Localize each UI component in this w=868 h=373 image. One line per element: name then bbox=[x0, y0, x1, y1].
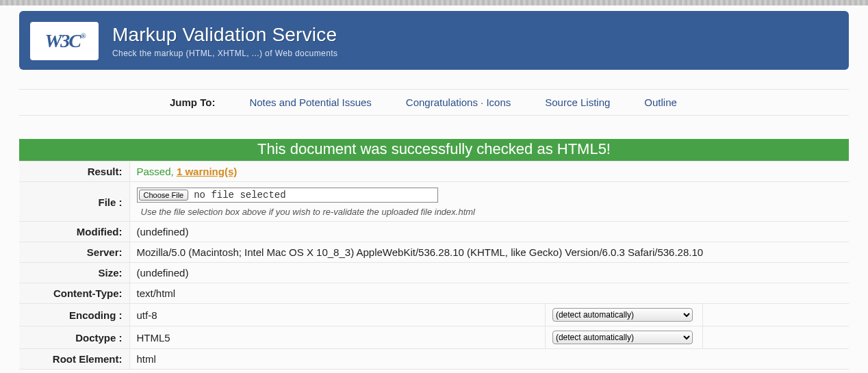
modified-value: (undefined) bbox=[129, 222, 849, 242]
banner-title: Markup Validation Service bbox=[112, 24, 337, 46]
file-cell: Choose File no file selected Use the fil… bbox=[129, 182, 849, 222]
modified-label: Modified: bbox=[19, 222, 129, 242]
content-type-label: Content-Type: bbox=[19, 283, 129, 304]
browser-chrome-top bbox=[0, 0, 868, 5]
results-table: Result: Passed, 1 warning(s) File : Choo… bbox=[19, 161, 849, 370]
encoding-spacer bbox=[702, 304, 849, 326]
jump-link-source[interactable]: Source Listing bbox=[545, 97, 610, 108]
root-element-label: Root Element: bbox=[19, 349, 129, 370]
registered-mark: ® bbox=[81, 32, 84, 40]
file-no-selection: no file selected bbox=[194, 190, 285, 201]
jump-link-outline[interactable]: Outline bbox=[644, 97, 677, 108]
w3c-logo[interactable]: W3C® bbox=[30, 22, 99, 60]
jump-link-congrats[interactable]: Congratulations · Icons bbox=[406, 97, 511, 108]
encoding-select[interactable]: (detect automatically) bbox=[552, 308, 693, 322]
doctype-value: HTML5 bbox=[129, 326, 545, 349]
jump-link-notes[interactable]: Notes and Potential Issues bbox=[249, 97, 371, 108]
banner-text: Markup Validation Service Check the mark… bbox=[112, 24, 337, 58]
file-picker[interactable]: Choose File no file selected bbox=[137, 188, 438, 203]
server-value: Mozilla/5.0 (Macintosh; Intel Mac OS X 1… bbox=[129, 242, 849, 263]
header-banner: W3C® Markup Validation Service Check the… bbox=[19, 11, 849, 70]
result-passed: Passed, bbox=[137, 166, 177, 177]
jump-label: Jump To: bbox=[170, 97, 215, 108]
size-value: (undefined) bbox=[129, 263, 849, 283]
doctype-spacer bbox=[702, 326, 849, 349]
size-label: Size: bbox=[19, 263, 129, 283]
server-label: Server: bbox=[19, 242, 129, 263]
result-label: Result: bbox=[19, 162, 129, 182]
root-element-value: html bbox=[129, 349, 849, 370]
choose-file-button[interactable]: Choose File bbox=[139, 190, 189, 201]
encoding-select-cell: (detect automatically) bbox=[545, 304, 702, 326]
file-help-text: Use the file selection box above if you … bbox=[141, 207, 843, 217]
banner-subtitle: Check the markup (HTML, XHTML, ...) of W… bbox=[112, 49, 337, 58]
doctype-label: Doctype : bbox=[19, 326, 129, 349]
jump-bar: Jump To: Notes and Potential Issues Cong… bbox=[19, 89, 849, 116]
w3c-logo-text: W3C bbox=[44, 30, 80, 52]
doctype-select-cell: (detect automatically) bbox=[545, 326, 702, 349]
result-warnings-link[interactable]: 1 warning(s) bbox=[177, 166, 237, 177]
encoding-value: utf-8 bbox=[129, 304, 545, 326]
encoding-label: Encoding : bbox=[19, 304, 129, 326]
doctype-select[interactable]: (detect automatically) bbox=[552, 331, 693, 344]
content-type-value: text/html bbox=[129, 283, 849, 304]
file-label: File : bbox=[19, 182, 129, 222]
result-value: Passed, 1 warning(s) bbox=[129, 162, 849, 182]
success-banner: This document was successfully checked a… bbox=[19, 139, 849, 161]
